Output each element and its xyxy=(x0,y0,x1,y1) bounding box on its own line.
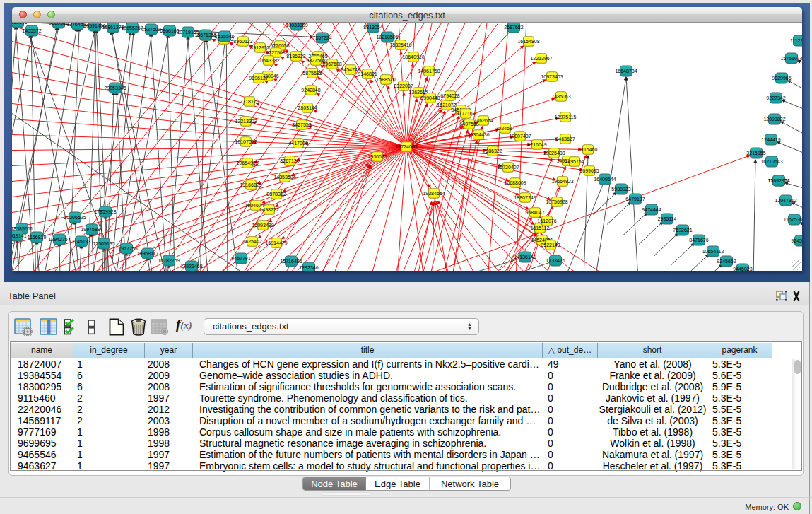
svg-text:1527602: 1527602 xyxy=(141,27,160,32)
svg-text:7386322: 7386322 xyxy=(483,148,502,153)
svg-text:18640910: 18640910 xyxy=(402,54,424,59)
svg-text:8878312: 8878312 xyxy=(266,192,286,197)
svg-text:9227342: 9227342 xyxy=(766,95,785,100)
svg-text:2099145: 2099145 xyxy=(12,23,28,25)
svg-text:18807249: 18807249 xyxy=(514,195,536,200)
svg-text:1588520: 1588520 xyxy=(376,77,395,82)
svg-text:1530025: 1530025 xyxy=(367,154,387,159)
svg-text:8322037: 8322037 xyxy=(394,83,413,88)
svg-text:3024534: 3024534 xyxy=(495,126,514,131)
svg-text:2522143: 2522143 xyxy=(541,243,560,247)
svg-text:12047312: 12047312 xyxy=(775,198,796,203)
svg-text:1244419: 1244419 xyxy=(761,137,780,142)
svg-text:1498222: 1498222 xyxy=(259,207,278,212)
svg-text:10973403: 10973403 xyxy=(541,74,563,79)
svg-text:5875685: 5875685 xyxy=(302,71,322,76)
svg-text:16648784: 16648784 xyxy=(615,69,637,74)
svg-text:10756928: 10756928 xyxy=(546,199,567,204)
svg-text:16914479: 16914479 xyxy=(265,240,287,245)
svg-text:9245012: 9245012 xyxy=(791,238,802,243)
svg-text:19384554: 19384554 xyxy=(423,191,445,196)
svg-text:1156819: 1156819 xyxy=(28,235,47,240)
svg-text:9474444: 9474444 xyxy=(642,207,661,212)
svg-text:8186323: 8186323 xyxy=(286,54,305,59)
svg-text:9684047: 9684047 xyxy=(525,210,544,215)
svg-text:7357224: 7357224 xyxy=(312,35,331,40)
svg-text:20206525: 20206525 xyxy=(64,215,86,220)
svg-text:2967608: 2967608 xyxy=(322,62,341,66)
svg-text:9896137: 9896137 xyxy=(249,76,268,81)
svg-text:7632621: 7632621 xyxy=(673,228,692,233)
svg-text:19218506: 19218506 xyxy=(376,35,398,40)
svg-text:10655267: 10655267 xyxy=(121,25,143,30)
svg-text:9699695: 9699695 xyxy=(579,168,599,173)
svg-text:12093822: 12093822 xyxy=(763,117,785,122)
svg-text:3215955: 3215955 xyxy=(746,151,765,156)
svg-text:10958117: 10958117 xyxy=(137,251,159,256)
svg-text:5226058: 5226058 xyxy=(270,43,289,48)
svg-text:9227508: 9227508 xyxy=(266,50,285,55)
svg-text:12975115: 12975115 xyxy=(555,115,577,119)
svg-text:5938923: 5938923 xyxy=(611,187,630,192)
svg-text:12213302: 12213302 xyxy=(235,119,257,124)
svg-text:19975887: 19975887 xyxy=(81,227,102,232)
svg-text:14353584: 14353584 xyxy=(273,175,295,180)
svg-text:9242848: 9242848 xyxy=(301,88,320,93)
svg-text:2935114: 2935114 xyxy=(658,216,677,221)
svg-text:12923468: 12923468 xyxy=(180,264,202,269)
svg-text:9329966: 9329966 xyxy=(772,76,791,81)
svg-text:8471676: 8471676 xyxy=(689,238,708,243)
svg-text:1733426: 1733426 xyxy=(546,258,565,263)
svg-text:9457791: 9457791 xyxy=(231,256,250,261)
svg-text:9463627: 9463627 xyxy=(555,136,575,141)
svg-text:1145193: 1145193 xyxy=(72,239,91,244)
svg-text:10654112: 10654112 xyxy=(702,249,724,254)
svg-text:7485063: 7485063 xyxy=(551,94,570,99)
svg-text:10025488: 10025488 xyxy=(543,151,565,156)
svg-text:11675301: 11675301 xyxy=(784,217,802,222)
svg-text:1292346: 1292346 xyxy=(299,265,318,270)
svg-text:16782759: 16782759 xyxy=(158,258,180,263)
svg-text:12213967: 12213967 xyxy=(530,56,552,61)
svg-text:12942757: 12942757 xyxy=(48,237,70,242)
svg-text:10107552: 10107552 xyxy=(235,139,257,144)
svg-text:7515546: 7515546 xyxy=(215,34,234,39)
svg-text:6794028: 6794028 xyxy=(440,93,459,98)
svg-text:2803144: 2803144 xyxy=(298,105,317,110)
svg-text:9445023: 9445023 xyxy=(733,267,752,271)
svg-text:6479197: 6479197 xyxy=(625,197,645,201)
svg-text:15720407: 15720407 xyxy=(497,165,519,170)
svg-text:8912955: 8912955 xyxy=(250,45,269,50)
svg-text:1495754: 1495754 xyxy=(565,159,584,164)
svg-text:1621072: 1621072 xyxy=(437,103,456,107)
svg-text:13325419: 13325419 xyxy=(389,42,411,47)
svg-text:15692971: 15692971 xyxy=(767,178,789,183)
svg-text:16093489: 16093489 xyxy=(252,223,273,228)
svg-text:8813054: 8813054 xyxy=(363,25,382,30)
svg-text:7462664: 7462664 xyxy=(473,118,493,123)
svg-text:8990448: 8990448 xyxy=(420,95,440,100)
svg-text:14136141: 14136141 xyxy=(514,255,536,259)
svg-text:1405572: 1405572 xyxy=(22,28,41,33)
svg-text:9146821: 9146821 xyxy=(358,71,377,76)
svg-text:2687682: 2687682 xyxy=(504,25,523,30)
svg-text:12505135: 12505135 xyxy=(93,241,114,246)
svg-text:19654923: 19654923 xyxy=(551,179,573,184)
svg-text:19166825: 19166825 xyxy=(240,182,261,187)
svg-text:9380561: 9380561 xyxy=(49,23,68,25)
svg-text:10807487: 10807487 xyxy=(509,134,531,139)
svg-text:7625402: 7625402 xyxy=(242,239,261,244)
svg-text:9115460: 9115460 xyxy=(579,147,598,152)
svg-text:16671355: 16671355 xyxy=(194,33,216,37)
svg-text:16409644: 16409644 xyxy=(594,177,616,182)
svg-text:8427552: 8427552 xyxy=(292,122,311,127)
svg-text:8267130: 8267130 xyxy=(280,158,299,163)
svg-text:8960123: 8960123 xyxy=(233,39,252,44)
svg-text:17957255: 17957255 xyxy=(115,246,137,251)
svg-text:9777169: 9777169 xyxy=(456,111,475,116)
svg-text:29053346: 29053346 xyxy=(104,86,126,90)
svg-text:1112219: 1112219 xyxy=(790,38,802,43)
svg-text:10033809: 10033809 xyxy=(286,23,307,28)
svg-text:19654985: 19654985 xyxy=(236,160,258,165)
svg-text:18724007: 18724007 xyxy=(395,144,417,149)
